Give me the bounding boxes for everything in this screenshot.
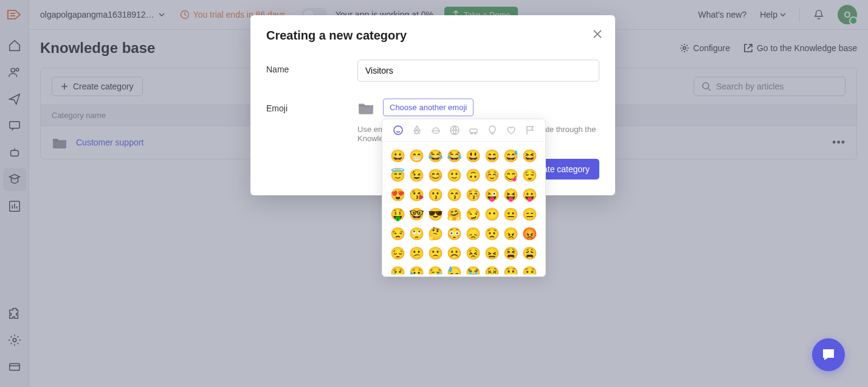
emoji-option[interactable]: 😒	[390, 226, 405, 242]
emoji-option[interactable]: 🤓	[408, 206, 424, 222]
emoji-option[interactable]: 😎	[427, 206, 443, 222]
emoji-option[interactable]: 😊	[427, 167, 443, 183]
emoji-label: Emoji	[266, 99, 357, 113]
emoji-option[interactable]: 😕	[408, 245, 424, 261]
emoji-option[interactable]: 😂	[427, 148, 443, 164]
emoji-option[interactable]: 🙂	[446, 167, 462, 183]
svg-point-13	[470, 133, 472, 134]
emoji-option[interactable]: 😚	[465, 187, 481, 203]
emoji-option[interactable]: 😗	[427, 187, 443, 203]
emoji-option[interactable]: 😝	[503, 187, 518, 203]
emoji-option[interactable]: 😠	[503, 226, 518, 242]
emoji-option[interactable]: 😋	[503, 167, 518, 183]
svg-point-10	[394, 126, 402, 134]
emoji-tab-activity-icon[interactable]	[449, 124, 461, 136]
emoji-option[interactable]: 😑	[522, 206, 537, 222]
emoji-option[interactable]: 🙄	[408, 226, 424, 242]
emoji-option[interactable]: 😘	[408, 187, 424, 203]
emoji-option[interactable]: 😔	[390, 245, 405, 261]
emoji-option[interactable]: 😄	[484, 148, 500, 164]
emoji-option[interactable]: 😍	[390, 187, 405, 203]
emoji-option[interactable]: 😭	[465, 265, 481, 274]
emoji-option[interactable]: 🙃	[465, 167, 481, 183]
name-input[interactable]	[357, 60, 599, 82]
emoji-option[interactable]: 😩	[522, 245, 537, 261]
emoji-option[interactable]: 🤗	[446, 206, 462, 222]
emoji-option[interactable]: 😳	[446, 226, 462, 242]
emoji-option[interactable]: 😣	[465, 245, 481, 261]
emoji-option[interactable]: 🤑	[390, 206, 405, 222]
emoji-option[interactable]: 😏	[465, 206, 481, 222]
emoji-option[interactable]: 😁	[408, 148, 424, 164]
emoji-option[interactable]: 😇	[390, 167, 405, 183]
close-icon[interactable]	[592, 29, 603, 42]
emoji-option[interactable]: ☺️	[484, 167, 500, 183]
emoji-tab-objects-icon[interactable]	[486, 124, 498, 136]
modal-title: Creating a new category	[266, 29, 599, 43]
emoji-option[interactable]: 😲	[503, 265, 518, 274]
emoji-option[interactable]: 😀	[390, 148, 405, 164]
emoji-option[interactable]: 😙	[446, 187, 462, 203]
emoji-preview-icon	[357, 100, 374, 115]
emoji-option[interactable]: 😅	[503, 148, 518, 164]
emoji-tab-flags-icon[interactable]	[524, 124, 536, 136]
emoji-option[interactable]: 😢	[390, 265, 405, 274]
emoji-option[interactable]: 😡	[522, 226, 537, 242]
emoji-option[interactable]: 😵	[484, 265, 500, 274]
emoji-option[interactable]: 🤔	[427, 226, 443, 242]
choose-emoji-button[interactable]: Choose another emoji	[383, 99, 474, 116]
emoji-option[interactable]: 🙁	[427, 245, 443, 261]
emoji-option[interactable]: 😜	[484, 187, 500, 203]
emoji-tab-food-icon[interactable]	[430, 124, 442, 136]
messenger-fab[interactable]	[812, 338, 845, 371]
emoji-option[interactable]: 😛	[522, 187, 537, 203]
emoji-tab-smileys-icon[interactable]	[392, 124, 404, 136]
emoji-tab-travel-icon[interactable]	[467, 124, 480, 136]
svg-point-14	[474, 133, 476, 134]
emoji-option[interactable]: 😫	[503, 245, 518, 261]
emoji-option[interactable]: 😌	[522, 167, 537, 183]
emoji-option[interactable]: 😥	[408, 265, 424, 274]
emoji-option[interactable]: 😐	[503, 206, 518, 222]
emoji-tab-nature-icon[interactable]	[411, 124, 423, 136]
emoji-option[interactable]: 😂	[446, 148, 462, 164]
emoji-tab-symbols-icon[interactable]	[505, 124, 517, 136]
emoji-option[interactable]: 😓	[446, 265, 462, 274]
emoji-option[interactable]: 😖	[484, 245, 500, 261]
emoji-option[interactable]: 😉	[408, 167, 424, 183]
emoji-option[interactable]: 😟	[484, 226, 500, 242]
emoji-picker: 😀😁😂😂😃😄😅😆😇😉😊🙂🙃☺️😋😌😍😘😗😙😚😜😝😛🤑🤓😎🤗😏😶😐😑😒🙄🤔😳😞😟😠…	[382, 119, 546, 277]
name-label: Name	[266, 60, 357, 74]
emoji-option[interactable]: 😪	[427, 265, 443, 274]
emoji-option[interactable]: ☹️	[446, 245, 462, 261]
emoji-option[interactable]: 😶	[484, 206, 500, 222]
emoji-option[interactable]: 😯	[522, 265, 537, 274]
emoji-option[interactable]: 😆	[522, 148, 537, 164]
emoji-option[interactable]: 😃	[465, 148, 481, 164]
emoji-option[interactable]: 😞	[465, 226, 481, 242]
